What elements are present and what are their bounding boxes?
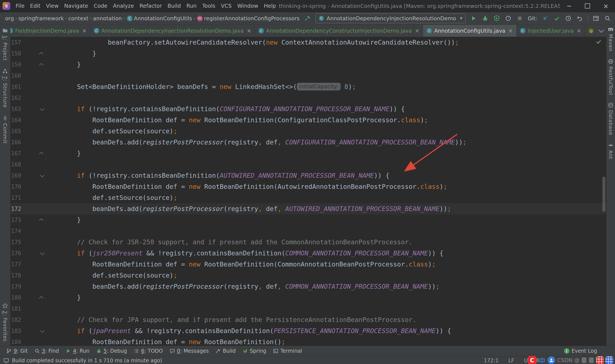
- code-line-172[interactable]: 172 beanDefs.add(registerPostProcessor(r…: [11, 203, 606, 214]
- menu-analyze[interactable]: Analyze: [110, 0, 137, 12]
- git-update-icon[interactable]: [542, 15, 549, 22]
- inspections-ok-icon[interactable]: [596, 39, 602, 45]
- toolwindow-5-debug[interactable]: 5: Debug: [93, 346, 131, 356]
- menu-navigate[interactable]: Navigate: [62, 0, 91, 12]
- tool-button-commit[interactable]: Commit: [2, 116, 8, 143]
- code-line-175[interactable]: 175 // Check for JSR-250 support, and if…: [11, 237, 606, 248]
- code-line-162[interactable]: 162: [11, 92, 606, 104]
- history-clock-icon[interactable]: [565, 15, 572, 22]
- close-tab-icon[interactable]: ×: [576, 27, 581, 34]
- code-line-179[interactable]: 179 beanDefs.add(registerPostProcessor(r…: [11, 281, 606, 292]
- close-tab-icon[interactable]: ×: [247, 27, 251, 34]
- toolwindow-9-git[interactable]: 9: Git: [3, 346, 31, 356]
- tool-button-2-favorites[interactable]: 2: Favorites: [2, 303, 8, 342]
- menu-refactor[interactable]: Refactor: [137, 0, 165, 12]
- fold-marker[interactable]: [38, 248, 45, 259]
- fold-marker[interactable]: [38, 214, 45, 225]
- breadcrumb-item[interactable]: context: [68, 15, 88, 22]
- code-line-181[interactable]: 181: [11, 303, 606, 314]
- tab-injecteduser-java[interactable]: CInjectedUser.java×: [517, 25, 585, 37]
- code-line-174[interactable]: 174: [11, 225, 606, 237]
- fold-marker[interactable]: [38, 325, 45, 337]
- toolwindow-4-run[interactable]: 4: Run: [62, 346, 93, 356]
- tab-overflow-button[interactable]: [595, 25, 606, 37]
- code-line-180[interactable]: 180 }: [11, 292, 606, 303]
- line-ending[interactable]: LF: [508, 358, 514, 364]
- menu-code[interactable]: Code: [91, 0, 110, 12]
- tab-annotationconfigutils-java[interactable]: CAnnotationConfigUtils.java×: [423, 25, 516, 37]
- tool-button-restfultool[interactable]: RestfulTool: [608, 59, 614, 95]
- fold-marker[interactable]: [38, 59, 45, 70]
- tool-button-ant[interactable]: Ant: [608, 143, 614, 159]
- git-commit-check-icon[interactable]: [553, 15, 560, 22]
- code-line-183[interactable]: 183 if (jpaPresent && !registry.contains…: [11, 325, 606, 337]
- breadcrumb-item[interactable]: AnnotationConfigUtils: [134, 15, 192, 22]
- caret-position[interactable]: 172:1: [484, 358, 499, 364]
- fold-marker[interactable]: [38, 48, 45, 59]
- menu-file[interactable]: File: [13, 0, 27, 12]
- code-line-164[interactable]: 164 RootBeanDefinition def = new RootBea…: [11, 115, 606, 126]
- close-button[interactable]: ×: [597, 0, 615, 12]
- stop-button[interactable]: [516, 15, 523, 22]
- code-line-167[interactable]: 167 }: [11, 148, 606, 159]
- breadcrumb-item[interactable]: springframework: [18, 15, 64, 22]
- tab-autowired-java[interactable]: @Autowired.java×: [585, 25, 595, 37]
- code-line-170[interactable]: 170 RootBeanDefinition def = new RootBea…: [11, 181, 606, 192]
- menu-build[interactable]: Build: [165, 0, 184, 12]
- toolwindow-build[interactable]: Build: [212, 346, 239, 356]
- code-line-176[interactable]: 176 if (jsr250Present && !registry.conta…: [11, 248, 606, 259]
- code-line-165[interactable]: 165 def.setSource(source);: [11, 126, 606, 137]
- code-line-184[interactable]: 184 RootBeanDefinition def = new RootBea…: [11, 337, 606, 346]
- toolwindow-3-find[interactable]: 3: Find: [31, 346, 62, 356]
- tab-annotationdependencyinjectionresolutiondemo-java[interactable]: CAnnotationDependencyInjectionResolution…: [90, 25, 255, 37]
- debug-button[interactable]: [481, 15, 489, 22]
- tool-button-database[interactable]: Database: [608, 103, 614, 135]
- toolwindow-0-messages[interactable]: 0: Messages: [166, 346, 212, 356]
- run-button[interactable]: [470, 15, 477, 22]
- menu-window[interactable]: Window: [234, 0, 261, 12]
- toolwindow-terminal[interactable]: Terminal: [270, 346, 305, 356]
- close-tab-icon[interactable]: ×: [508, 27, 513, 34]
- code-line-171[interactable]: 171 def.setSource(source);: [11, 192, 606, 203]
- code-line-168[interactable]: 168: [11, 159, 606, 170]
- breadcrumb-item[interactable]: org: [5, 15, 14, 22]
- code-line-173[interactable]: 173 }: [11, 214, 606, 225]
- rollback-icon[interactable]: [576, 15, 583, 22]
- minimize-button[interactable]: ─: [560, 0, 578, 12]
- menu-run[interactable]: Run: [184, 0, 200, 12]
- toolwindow-switcher-icon[interactable]: [3, 358, 9, 363]
- fold-marker[interactable]: [38, 148, 45, 159]
- tool-button-maven[interactable]: mMaven: [608, 26, 614, 52]
- code-line-169[interactable]: 169 if (!registry.containsBeanDefinition…: [11, 170, 606, 181]
- tab-fieldinjectiondemo-java[interactable]: CFieldInjectionDemo.java×: [11, 25, 90, 37]
- code-line-158[interactable]: 158 }: [11, 48, 606, 59]
- breadcrumb-item[interactable]: annotation: [93, 15, 122, 22]
- code-line-160[interactable]: 160: [11, 70, 606, 81]
- breadcrumb-item[interactable]: registerAnnotationConfigProcessors: [204, 15, 299, 22]
- editor-scrollbar[interactable]: [602, 177, 605, 212]
- fold-marker[interactable]: [38, 292, 45, 303]
- fold-marker[interactable]: [38, 104, 45, 115]
- code-line-163[interactable]: 163 if (!registry.containsBeanDefinition…: [11, 104, 606, 115]
- code-line-161[interactable]: 161 Set<BeanDefinitionHolder> beanDefs =…: [11, 81, 606, 92]
- close-tab-icon[interactable]: ×: [415, 27, 420, 34]
- event-log-button[interactable]: 1 Event Log: [564, 348, 597, 354]
- run-config-selector[interactable]: C AnnotationDependencyInjectionResolutio…: [315, 13, 466, 23]
- run-with-coverage-button[interactable]: [493, 15, 500, 22]
- toolwindow-6-todo[interactable]: 6: TODO: [131, 346, 166, 356]
- code-line-166[interactable]: 166 beanDefs.add(registerPostProcessor(r…: [11, 137, 606, 148]
- code-line-178[interactable]: 178 def.setSource(source);: [11, 270, 606, 281]
- tool-button-1-project[interactable]: 1: Project: [2, 28, 8, 61]
- profiler-button[interactable]: [505, 15, 512, 22]
- menu-view[interactable]: View: [43, 0, 61, 12]
- tool-button-7-structure[interactable]: 7: Structure: [2, 68, 8, 108]
- fold-marker[interactable]: [38, 170, 45, 181]
- build-hammer-icon[interactable]: [304, 15, 311, 22]
- code-line-182[interactable]: 182 // Check for JPA support, and if pre…: [11, 314, 606, 325]
- tab-annotationdependencyconstructorinjectiondemo-java[interactable]: CAnnotationDependencyConstructorInjectio…: [255, 25, 423, 37]
- close-tab-icon[interactable]: ×: [82, 27, 87, 34]
- search-everywhere-icon[interactable]: [604, 15, 611, 22]
- code-editor[interactable]: 157 beanFactory.setAutowireCandidateReso…: [11, 37, 606, 346]
- code-line-157[interactable]: 157 beanFactory.setAutowireCandidateReso…: [11, 37, 606, 48]
- menu-edit[interactable]: Edit: [27, 0, 43, 12]
